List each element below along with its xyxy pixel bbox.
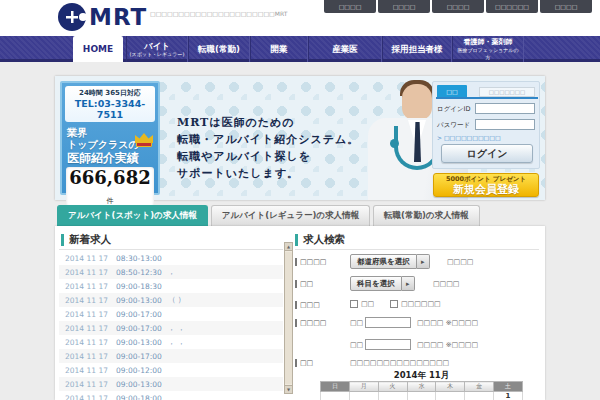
mrt-logo-icon — [58, 3, 86, 31]
calendar-weekday-thu: 木 — [436, 382, 465, 392]
calendar-day-1[interactable]: 1 — [494, 392, 523, 400]
crown-icon — [135, 133, 153, 149]
job-list-item[interactable]: 2014 11 1709:00-17:00， ， — [59, 321, 283, 335]
calendar-empty-cell — [321, 392, 350, 400]
tab-regular-jobs[interactable]: アルバイト(レギュラー)の求人情報 — [211, 205, 370, 226]
range-to-note: □□□□ ※□□□□ — [417, 341, 478, 349]
login-tab-underline — [436, 97, 538, 99]
job-time: 09:00-13:00 — [116, 296, 162, 305]
nav-item-nurse-pharmacist[interactable]: 看護師・薬剤師 医療プロフェッショナルの方 — [452, 36, 524, 62]
phone-number: TEL:03-3344-7511 — [65, 98, 155, 120]
job-date: 2014 11 17 — [65, 268, 108, 277]
password-label: パスワード — [437, 121, 470, 130]
top-link-1[interactable]: □□□□ — [324, 0, 376, 13]
search-condition-label: □□□ — [295, 301, 320, 309]
job-list-item[interactable]: 2014 11 1709:00-13:00， ， — [59, 335, 283, 349]
top-link-4[interactable]: □□□□□□ — [486, 0, 538, 13]
job-date: 2014 11 17 — [65, 254, 108, 263]
mrt-logo-text: MRT — [89, 4, 147, 30]
login-panel: □□ □□□□□□□ ログインID パスワード > □□□□□□□□□□ ログイ… — [432, 81, 540, 169]
checkbox[interactable] — [350, 300, 358, 308]
calendar: 日 月 火 水 木 金 土 1 — [320, 381, 523, 400]
job-date: 2014 11 17 — [65, 296, 108, 305]
login-tab-first-time[interactable]: □□□□□□□ — [479, 87, 535, 97]
checkbox-option-2: □□□□□□ — [390, 300, 441, 308]
job-search-heading: 求人検索 — [295, 233, 345, 247]
site-tagline: □□□□□□□□□□□□□□□□□□□□□□MRT — [150, 10, 287, 17]
job-note: （ ） — [168, 295, 185, 305]
nav-home-tab[interactable]: HOME — [73, 36, 123, 62]
register-button[interactable]: 5000ポイント プレゼント 新規会員登録 — [433, 173, 539, 197]
job-list-item[interactable]: 2014 11 1709:00-17:00 — [59, 307, 283, 321]
scrollbar-thumb[interactable] — [285, 252, 292, 384]
job-list-item[interactable]: 2014 11 1708:30-13:00 — [59, 251, 283, 265]
subject-note: □□□□ — [433, 280, 459, 288]
calendar-empty-cell — [378, 392, 407, 400]
mrt-logo[interactable]: MRT — [58, 3, 147, 31]
tab-fulltime-jobs[interactable]: 転職(常勤)の求人情報 — [373, 205, 479, 226]
job-search-section: 求人検索 □□□□ 都道府県を選択 ▸ □□□□ □□ 科目を選択 ▸ □□□□… — [295, 226, 543, 400]
job-date: 2014 11 17 — [65, 380, 108, 389]
job-list-item[interactable]: 2014 11 1709:00-18:30 — [59, 279, 283, 293]
heading-accent-bar — [61, 234, 64, 246]
calendar-weekday-sun: 日 — [321, 382, 350, 392]
scroll-up-arrow-icon[interactable]: ▲ — [285, 243, 292, 251]
scroll-down-arrow-icon[interactable]: ▼ — [285, 385, 292, 393]
login-id-input[interactable] — [475, 103, 535, 114]
calendar-empty-cell — [349, 392, 378, 400]
job-list-item[interactable]: 2014 11 1709:00-12:00 — [59, 363, 283, 377]
phone-achievement-box: 24時間 365日対応 TEL:03-3344-7511 業界 トップクラスの … — [60, 81, 160, 195]
job-time: 09:00-17:00 — [116, 310, 162, 319]
range-to-input[interactable] — [365, 339, 411, 350]
range-from-input[interactable] — [365, 317, 411, 328]
job-date: 2014 11 17 — [65, 394, 108, 400]
top-links: □□□□ □□□□ □□□□ □□□□□□ □□□□ — [324, 0, 592, 13]
job-info-tabs: アルバイト(スポット)の求人情報 アルバイト(レギュラー)の求人情報 転職(常勤… — [57, 205, 480, 226]
main-nav: HOME バイト (スポット・レギュラー) 転職(常勤) 開業 産業医 採用担当… — [0, 36, 600, 62]
calendar-weekday-row: 日 月 火 水 木 金 土 — [321, 382, 523, 392]
job-list-item[interactable]: 2014 11 1709:00-18:00 — [59, 391, 283, 400]
nav-item-part-time[interactable]: バイト (スポット・レギュラー) — [126, 36, 188, 62]
calendar-week-row-1: 1 — [321, 392, 523, 400]
login-button[interactable]: ログイン — [441, 144, 533, 163]
checkbox-option-1: □□ — [350, 300, 374, 308]
nav-item-practice-opening[interactable]: 開業 — [250, 36, 308, 62]
top-link-5[interactable]: □□□□ — [540, 0, 592, 13]
calendar-empty-cell — [436, 392, 465, 400]
job-time: 09:00-13:00 — [116, 380, 162, 389]
job-list-item[interactable]: 2014 11 1709:00-17:00 — [59, 349, 283, 363]
top-link-2[interactable]: □□□□ — [378, 0, 430, 13]
subject-select-button[interactable]: 科目を選択 ▸ — [350, 276, 415, 291]
job-list-item[interactable]: 2014 11 1708:50-12:30， — [59, 265, 283, 279]
job-date: 2014 11 17 — [65, 338, 108, 347]
job-list-item[interactable]: 2014 11 1709:00-13:00 — [59, 377, 283, 391]
tab-spot-jobs[interactable]: アルバイト(スポット)の求人情報 — [57, 205, 208, 226]
job-date: 2014 11 17 — [65, 282, 108, 291]
achievement-count: 666,682 — [69, 167, 150, 188]
calendar-empty-cell — [407, 392, 436, 400]
job-note: ， ， — [168, 323, 185, 333]
search-area-label: □□□□ — [295, 258, 326, 266]
password-input[interactable] — [475, 119, 535, 130]
heading-accent-bar — [295, 234, 298, 246]
calendar-weekday-sat: 土 — [494, 382, 523, 392]
main-panel: 新着求人 2014 11 1708:30-13:002014 11 1708:5… — [55, 226, 545, 400]
nav-item-recruiters[interactable]: 採用担当者様 — [382, 36, 452, 62]
jobs-scrollbar[interactable]: ▲ ▼ — [284, 242, 293, 394]
divider — [59, 249, 283, 250]
forgot-password-link[interactable]: > □□□□□□□□□□ — [437, 134, 501, 141]
search-subject-label: □□ — [295, 280, 313, 288]
date-help-text: □□□□□□□□□□□□□□□ — [350, 359, 449, 367]
job-time: 09:00-17:00 — [116, 324, 162, 333]
top-link-3[interactable]: □□□□ — [432, 0, 484, 13]
prefecture-select-button[interactable]: 都道府県を選択 ▸ — [350, 254, 430, 269]
achievement-count-box: 666,682件 — [66, 167, 154, 207]
dropdown-arrow-icon: ▸ — [417, 254, 430, 269]
job-date: 2014 11 17 — [65, 310, 108, 319]
nav-item-career-change[interactable]: 転職(常勤) — [188, 36, 250, 62]
job-list-item[interactable]: 2014 11 1709:00-13:00（ ） — [59, 293, 283, 307]
checkbox[interactable] — [390, 300, 398, 308]
job-note: ， — [168, 267, 176, 277]
login-tab-member[interactable]: □□ — [437, 85, 467, 97]
nav-item-industrial-physician[interactable]: 産業医 — [308, 36, 382, 62]
